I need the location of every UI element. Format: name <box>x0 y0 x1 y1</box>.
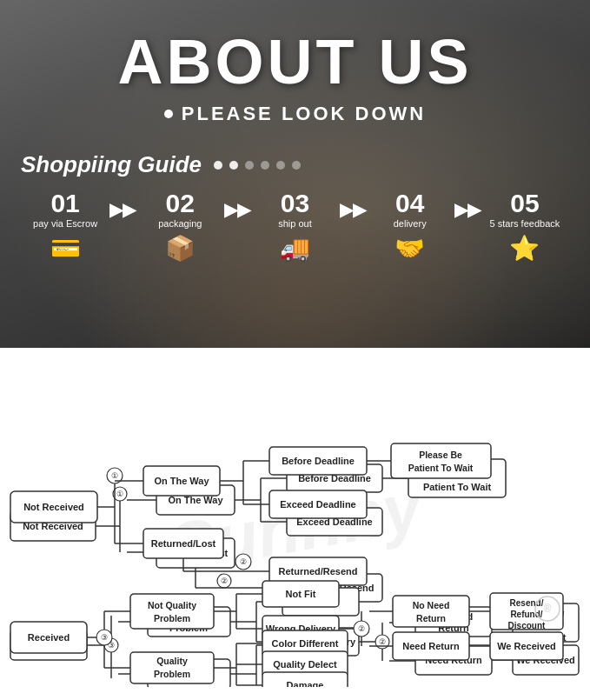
arrow-4: ▶▶ <box>454 196 481 220</box>
steps-row: 01 pay via Escrow 💳 ▶▶ 02 packaging 📦 ▶▶… <box>21 190 569 263</box>
svg-text:Before Deadline: Before Deadline <box>282 456 355 466</box>
step-5: 05 5 stars feedback ⭐ <box>481 190 569 263</box>
step-5-icon: ⭐ <box>509 234 540 263</box>
svg-text:Discount: Discount <box>508 621 546 630</box>
guide-dots <box>214 161 301 170</box>
svg-rect-82 <box>130 594 214 629</box>
svg-text:②: ② <box>240 557 247 566</box>
banner-title: ABOUT US <box>118 26 473 97</box>
svg-text:Quality Delect: Quality Delect <box>273 659 337 670</box>
svg-text:Returned/Lost: Returned/Lost <box>151 538 216 549</box>
guide-dot-4 <box>261 161 269 170</box>
svg-text:Exceed Deadline: Exceed Deadline <box>280 499 355 510</box>
svg-text:Not Quality: Not Quality <box>148 600 196 610</box>
svg-text:We Received: We Received <box>497 641 556 651</box>
step-3: 03 ship out 🚚 <box>250 190 339 263</box>
svg-text:Returned/Resend: Returned/Resend <box>278 566 357 577</box>
step-2-label: packaging <box>158 218 202 229</box>
svg-text:Need Return: Need Return <box>402 641 460 651</box>
flow-diagram-overlay: Not Received ① On The Way Before Deadlin… <box>9 365 581 687</box>
step-5-number: 05 <box>510 190 539 217</box>
svg-text:Damage: Damage <box>287 680 324 687</box>
svg-text:②: ② <box>358 624 365 633</box>
banner-subtitle-row: PLEASE LOOK DOWN <box>164 103 426 125</box>
svg-text:Color Different: Color Different <box>272 638 339 649</box>
step-2-number: 02 <box>166 190 195 217</box>
svg-text:Not Fit: Not Fit <box>286 589 316 599</box>
subtitle-dot <box>164 110 173 118</box>
guide-header: Shoppiing Guide <box>21 151 569 178</box>
guide-dot-2 <box>229 161 238 170</box>
step-2-icon: 📦 <box>165 234 196 263</box>
step-4-label: delivery <box>394 218 427 229</box>
step-1-label: pay via Escrow <box>33 218 97 229</box>
svg-text:Problem: Problem <box>154 613 190 623</box>
svg-rect-60 <box>391 443 491 478</box>
step-3-icon: 🚚 <box>280 234 310 263</box>
step-1-number: 01 <box>50 190 79 217</box>
svg-text:Problem: Problem <box>154 669 190 679</box>
guide-dot-1 <box>214 161 222 170</box>
guide-dot-3 <box>245 161 254 170</box>
step-4-icon: 🤝 <box>394 234 425 263</box>
guide-section: Shoppiing Guide 01 pay via Escrow 💳 ▶▶ 0… <box>0 151 590 263</box>
svg-text:Resend/: Resend/ <box>510 598 544 608</box>
svg-text:On The Way: On The Way <box>154 476 209 486</box>
guide-dot-6 <box>292 161 301 170</box>
svg-text:Quality: Quality <box>156 656 188 666</box>
banner-subtitle: PLEASE LOOK DOWN <box>182 103 426 125</box>
step-5-label: 5 stars feedback <box>490 218 560 229</box>
svg-text:③: ③ <box>101 633 108 642</box>
arrow-3: ▶▶ <box>340 196 366 220</box>
svg-text:Not Received: Not Received <box>23 502 84 512</box>
arrow-2: ▶▶ <box>224 196 250 220</box>
svg-text:Patient To Wait: Patient To Wait <box>408 463 474 473</box>
step-2: 02 packaging 📦 <box>136 190 224 263</box>
svg-text:®: ® <box>544 603 552 615</box>
svg-text:Please Be: Please Be <box>419 450 462 460</box>
step-1-icon: 💳 <box>50 234 81 263</box>
svg-text:No Need: No Need <box>413 600 450 610</box>
guide-dot-5 <box>276 161 285 170</box>
step-3-label: ship out <box>278 218 312 229</box>
svg-text:Return: Return <box>416 613 446 623</box>
svg-text:Received: Received <box>28 632 70 643</box>
flow-section: Sunnny Not Received ① On The Way Before … <box>0 348 590 700</box>
step-1: 01 pay via Escrow 💳 <box>21 190 109 263</box>
guide-title: Shoppiing Guide <box>21 151 202 178</box>
step-3-number: 03 <box>281 190 309 217</box>
step-4-number: 04 <box>395 190 424 217</box>
svg-text:①: ① <box>111 471 118 480</box>
banner: ABOUT US PLEASE LOOK DOWN Shoppiing Guid… <box>0 0 590 348</box>
step-4: 04 delivery 🤝 <box>366 190 454 263</box>
arrow-1: ▶▶ <box>109 196 136 220</box>
